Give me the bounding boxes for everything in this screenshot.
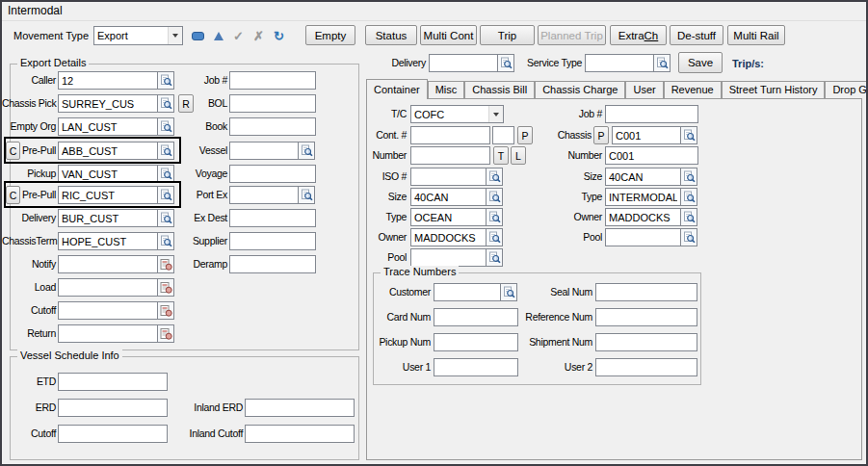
container-pool-lookup-button[interactable] (486, 248, 503, 267)
confirm-button[interactable]: ✓ (229, 27, 248, 45)
customer-input[interactable] (434, 283, 501, 301)
pre-pull-1-input[interactable] (58, 142, 158, 160)
movement-type-select[interactable]: Export (93, 26, 183, 45)
ex-dest-input[interactable] (229, 209, 316, 227)
pre-pull-2-lookup-button[interactable] (157, 186, 174, 204)
job-input[interactable] (229, 71, 316, 90)
customer-lookup-button[interactable] (500, 283, 517, 301)
chassis-type-lookup-button[interactable] (680, 188, 697, 206)
container-type-lookup-button[interactable] (486, 208, 503, 226)
chassis-lookup-button[interactable] (680, 126, 697, 144)
container-t-button[interactable]: T (493, 146, 509, 165)
caller-input[interactable] (58, 71, 158, 90)
voyage-input[interactable] (229, 165, 316, 183)
cutoff-date-button[interactable] (157, 301, 174, 320)
planned-trip-button[interactable]: Planned Trip (538, 25, 606, 45)
tab-user[interactable]: User (625, 81, 663, 98)
refresh-button[interactable]: ↻ (270, 27, 288, 45)
chassis-number-input[interactable] (605, 146, 698, 165)
iso-input[interactable] (410, 168, 487, 186)
move-up-button[interactable] (209, 27, 227, 45)
load-date-button[interactable] (157, 278, 174, 297)
user1-input[interactable] (434, 358, 518, 376)
pickup-input[interactable] (58, 165, 158, 183)
seal-num-input[interactable] (595, 283, 697, 301)
container-owner-lookup-button[interactable] (486, 228, 503, 246)
export-delivery-lookup-button[interactable] (157, 209, 174, 227)
return-input[interactable] (58, 324, 158, 343)
trip-delivery-lookup-button[interactable] (497, 54, 514, 72)
container-size-lookup-button[interactable] (486, 188, 503, 206)
multi-rail-button[interactable]: Multi Rail (727, 25, 785, 45)
container-type-input[interactable] (410, 208, 487, 226)
chassis-owner-input[interactable] (605, 208, 681, 226)
shipment-num-input[interactable] (595, 333, 697, 351)
cancel-button[interactable]: ✗ (250, 27, 268, 45)
chassis-size-input[interactable] (605, 168, 681, 186)
card-num-input[interactable] (434, 308, 518, 326)
trip-button[interactable]: Trip (480, 25, 535, 45)
tab-container[interactable]: Container (366, 79, 428, 99)
empty-org-input[interactable] (58, 117, 158, 136)
service-type-lookup-button[interactable] (653, 54, 671, 72)
vessel-lookup-button[interactable] (298, 142, 315, 160)
notify-input[interactable] (58, 255, 158, 273)
cont-number-input[interactable] (410, 126, 490, 144)
container-number-input[interactable] (410, 146, 490, 165)
user2-input[interactable] (595, 358, 697, 376)
chassis-owner-lookup-button[interactable] (680, 208, 697, 226)
supplier-input[interactable] (229, 232, 316, 250)
tc-select[interactable]: COFC (410, 105, 504, 123)
port-ex-lookup-button[interactable] (298, 186, 315, 204)
inland-cutoff-input[interactable] (245, 425, 355, 443)
chassis-pool-input[interactable] (605, 228, 681, 246)
trip-delivery-input[interactable] (429, 54, 498, 72)
chassis-pool-lookup-button[interactable] (680, 228, 697, 246)
pre-pull-1-c-button[interactable]: C (6, 142, 20, 160)
status-button[interactable]: Status (365, 25, 417, 45)
export-delivery-input[interactable] (58, 209, 158, 227)
deramp-input[interactable] (229, 255, 316, 273)
tab-street-turn-history[interactable]: Street Turn History (722, 81, 826, 98)
cont-p-button[interactable]: P (517, 126, 533, 144)
container-l-button[interactable]: L (511, 146, 526, 165)
bol-input[interactable] (229, 94, 316, 113)
container-owner-input[interactable] (410, 228, 487, 246)
port-ex-input[interactable] (229, 186, 299, 204)
service-type-input[interactable] (585, 54, 654, 72)
tab-chassis-bill[interactable]: Chassis Bill (464, 81, 535, 98)
cont-number-aux-input[interactable] (492, 126, 514, 144)
chassis-type-input[interactable] (605, 188, 681, 206)
caller-lookup-button[interactable] (157, 71, 174, 90)
chassis-job-input[interactable] (605, 105, 698, 123)
empty-org-lookup-button[interactable] (157, 117, 174, 136)
book-input[interactable] (229, 117, 316, 136)
chassis-pick-lookup-button[interactable] (157, 94, 174, 113)
multi-cont-button[interactable]: Multi Cont (420, 25, 477, 45)
chassis-input[interactable] (612, 126, 681, 144)
card-button[interactable] (189, 27, 207, 45)
empty-button[interactable]: Empty (305, 25, 355, 45)
save-button[interactable]: Save (678, 52, 723, 73)
chassis-pick-input[interactable] (58, 94, 158, 113)
chassis-term-input[interactable] (58, 232, 158, 250)
inland-erd-input[interactable] (245, 399, 355, 417)
tab-misc[interactable]: Misc (428, 81, 465, 98)
notify-date-button[interactable] (157, 255, 174, 273)
extra-ch-button[interactable]: Extra Ch (610, 25, 667, 45)
etd-input[interactable] (58, 373, 168, 391)
tab-chassis-charge[interactable]: Chassis Charge (535, 81, 625, 98)
container-pool-input[interactable] (410, 248, 487, 267)
iso-lookup-button[interactable] (486, 168, 503, 186)
return-date-button[interactable] (157, 324, 174, 343)
de-stuff-button[interactable]: De-stuff (670, 25, 723, 45)
cutoff-input[interactable] (58, 301, 158, 320)
tab-revenue[interactable]: Revenue (664, 81, 722, 98)
vessel-cutoff-input[interactable] (58, 425, 168, 443)
pre-pull-2-c-button[interactable]: C (6, 186, 20, 204)
reference-num-input[interactable] (595, 308, 697, 326)
load-input[interactable] (58, 278, 158, 297)
vessel-input[interactable] (229, 142, 299, 160)
tab-drop-grid[interactable]: Drop Grid (825, 81, 868, 98)
chassis-size-lookup-button[interactable] (680, 168, 697, 186)
